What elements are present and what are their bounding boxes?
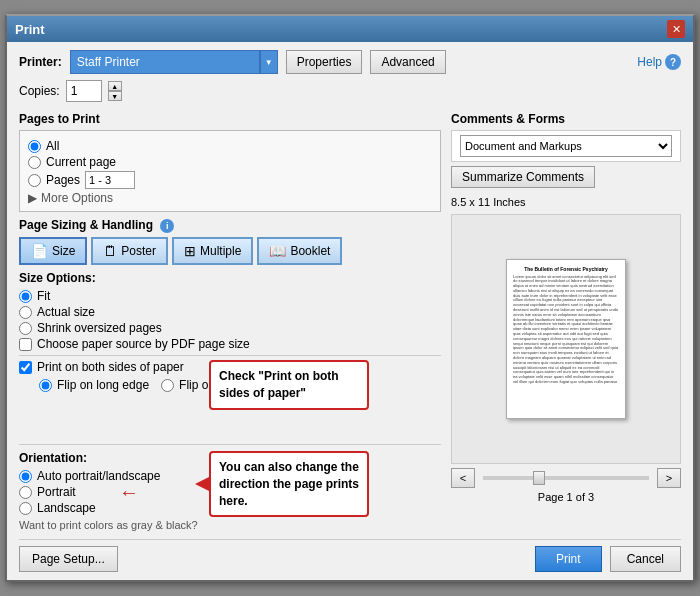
size-options-title: Size Options: [19, 271, 441, 285]
pages-section-title: Pages to Print [19, 112, 441, 126]
sizing-buttons: 📄 Size 🗒 Poster ⊞ Multiple 📖 Booklet [19, 237, 441, 265]
pdf-size-row: Choose paper source by PDF page size [19, 337, 441, 351]
sizing-section-title: Page Sizing & Handling i [19, 218, 441, 233]
callout-arrow [195, 476, 211, 492]
orientation-callout: You can also change the direction the pa… [209, 451, 369, 517]
orientation-section: Orientation: Auto portrait/landscape Por… [19, 451, 441, 531]
print-button[interactable]: Print [535, 546, 602, 572]
printer-select-container: Staff Printer ▼ [70, 50, 278, 74]
pages-section: All Current page Pages ▶ More Options [19, 130, 441, 212]
pages-range-input[interactable] [85, 171, 135, 189]
more-options-row[interactable]: ▶ More Options [28, 191, 432, 205]
main-content: Pages to Print All Current page Pages [19, 106, 681, 531]
portrait-radio[interactable] [19, 486, 32, 499]
preview-page: The Bulletin of Forensic Psychiatry Lore… [506, 259, 626, 419]
preview-slider-thumb[interactable] [533, 471, 545, 485]
copies-label: Copies: [19, 84, 60, 98]
shrink-row: Shrink oversized pages [19, 321, 441, 335]
print-dialog: Print ✕ Printer: Staff Printer ▼ Propert… [5, 14, 695, 582]
pages-all-label: All [46, 139, 59, 153]
close-button[interactable]: ✕ [667, 20, 685, 38]
landscape-label: Landscape [37, 501, 96, 515]
multiple-button[interactable]: ⊞ Multiple [172, 237, 253, 265]
pages-current-row: Current page [28, 155, 432, 169]
shrink-label: Shrink oversized pages [37, 321, 162, 335]
page-info: Page 1 of 3 [451, 491, 681, 503]
pages-all-row: All [28, 139, 432, 153]
auto-orientation-label: Auto portrait/landscape [37, 469, 160, 483]
poster-button[interactable]: 🗒 Poster [91, 237, 168, 265]
cancel-button[interactable]: Cancel [610, 546, 681, 572]
advanced-button[interactable]: Advanced [370, 50, 445, 74]
annotation-box: Document and Markups [451, 130, 681, 162]
left-panel: Pages to Print All Current page Pages [19, 106, 441, 531]
booklet-icon: 📖 [269, 243, 286, 259]
print-both-checkbox[interactable] [19, 361, 32, 374]
more-options-arrow: ▶ [28, 191, 37, 205]
pages-all-radio[interactable] [28, 140, 41, 153]
copies-up[interactable]: ▲ [108, 81, 122, 91]
multiple-label: Multiple [200, 244, 241, 258]
copies-spinner: ▲ ▼ [108, 81, 122, 101]
flip-long-radio[interactable] [39, 379, 52, 392]
pages-current-radio[interactable] [28, 156, 41, 169]
auto-orientation-radio[interactable] [19, 470, 32, 483]
portrait-arrow: ← [119, 481, 139, 504]
help-label: Help [637, 55, 662, 69]
copies-input[interactable] [66, 80, 102, 102]
actual-radio[interactable] [19, 306, 32, 319]
comments-forms-dropdown[interactable]: Document and Markups [460, 135, 672, 157]
gray-color-text: Want to print colors as gray & black? [19, 519, 441, 531]
double-sided-section: Print on both sides of paper Flip on lon… [19, 360, 441, 394]
size-button[interactable]: 📄 Size [19, 237, 87, 265]
flip-short-radio[interactable] [161, 379, 174, 392]
print-both-label: Print on both sides of paper [37, 360, 184, 374]
landscape-radio[interactable] [19, 502, 32, 515]
title-bar: Print ✕ [7, 16, 693, 42]
preview-slider[interactable] [483, 476, 649, 480]
pages-current-label: Current page [46, 155, 116, 169]
copies-down[interactable]: ▼ [108, 91, 122, 101]
top-row: Printer: Staff Printer ▼ Properties Adva… [19, 50, 681, 74]
help-icon: ? [665, 54, 681, 70]
properties-button[interactable]: Properties [286, 50, 363, 74]
preview-area: The Bulletin of Forensic Psychiatry Lore… [451, 214, 681, 464]
printer-dropdown-arrow[interactable]: ▼ [260, 50, 278, 74]
multiple-icon: ⊞ [184, 243, 196, 259]
dialog-title: Print [15, 22, 45, 37]
action-buttons: Print Cancel [535, 546, 681, 572]
bottom-row: Page Setup... Print Cancel [19, 539, 681, 572]
size-icon: 📄 [31, 243, 48, 259]
pages-range-row: Pages [28, 171, 432, 189]
fit-label: Fit [37, 289, 50, 303]
pdf-size-label: Choose paper source by PDF page size [37, 337, 250, 351]
actual-label: Actual size [37, 305, 95, 319]
booklet-label: Booklet [290, 244, 330, 258]
help-link[interactable]: Help ? [637, 54, 681, 70]
printer-select[interactable]: Staff Printer [70, 50, 260, 74]
pages-range-label: Pages [46, 173, 80, 187]
summarize-button[interactable]: Summarize Comments [451, 166, 595, 188]
preview-size-label: 8.5 x 11 Inches [451, 196, 681, 208]
booklet-button[interactable]: 📖 Booklet [257, 237, 342, 265]
copies-row: Copies: ▲ ▼ [19, 80, 681, 102]
shrink-radio[interactable] [19, 322, 32, 335]
page-setup-button[interactable]: Page Setup... [19, 546, 118, 572]
orientation-callout-text: You can also change the direction the pa… [219, 460, 359, 508]
info-icon[interactable]: i [160, 219, 174, 233]
comments-forms-title: Comments & Forms [451, 112, 681, 126]
printer-label: Printer: [19, 55, 62, 69]
preview-navigation: < > [451, 468, 681, 488]
fit-radio[interactable] [19, 290, 32, 303]
flip-long-label: Flip on long edge [57, 378, 149, 392]
poster-label: Poster [121, 244, 156, 258]
fit-row: Fit [19, 289, 441, 303]
preview-prev-button[interactable]: < [451, 468, 475, 488]
size-label: Size [52, 244, 75, 258]
pdf-size-checkbox[interactable] [19, 338, 32, 351]
poster-icon: 🗒 [103, 243, 117, 259]
pages-range-radio[interactable] [28, 174, 41, 187]
preview-section: 8.5 x 11 Inches The Bulletin of Forensic… [451, 196, 681, 503]
print-both-callout-text: Check "Print on both sides of paper" [219, 369, 339, 400]
preview-next-button[interactable]: > [657, 468, 681, 488]
